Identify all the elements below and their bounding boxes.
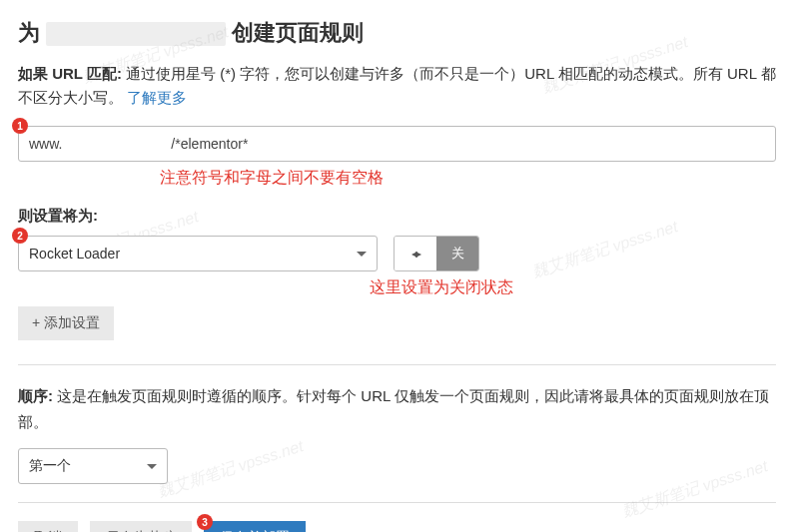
- settings-label: 则设置将为:: [18, 207, 776, 226]
- toggle-arrows-icon: ◂▸: [411, 247, 419, 261]
- save-deploy-button[interactable]: 3 保存并部署: [204, 521, 306, 532]
- title-prefix: 为: [18, 20, 40, 45]
- toggle-on-button[interactable]: ◂▸: [395, 237, 436, 270]
- chevron-down-icon: [357, 252, 367, 257]
- settings-row: 2 Rocket Loader ◂▸ 关: [18, 236, 776, 271]
- url-pattern-input[interactable]: [18, 126, 776, 162]
- order-select[interactable]: 第一个: [18, 448, 168, 484]
- toggle-off-label: 关: [451, 245, 464, 263]
- dialog-footer: 取消 另存为草稿 3 保存并部署: [18, 502, 776, 532]
- title-suffix: 创建页面规则: [232, 20, 364, 45]
- toggle-off-button[interactable]: 关: [436, 237, 478, 270]
- add-setting-label: + 添加设置: [32, 314, 100, 332]
- order-description: 顺序: 这是在触发页面规则时遵循的顺序。针对每个 URL 仅触发一个页面规则，因…: [18, 383, 776, 434]
- page-title: 为 创建页面规则: [18, 18, 776, 48]
- url-match-label: 如果 URL 匹配:: [18, 65, 122, 82]
- order-label: 顺序:: [18, 387, 53, 404]
- annotation-no-space: 注意符号和字母之间不要有空格: [160, 168, 776, 189]
- setting-value-toggle: ◂▸ 关: [394, 236, 479, 271]
- learn-more-link[interactable]: 了解更多: [127, 89, 187, 106]
- step-badge-2: 2: [12, 228, 28, 244]
- chevron-down-icon: [147, 464, 157, 469]
- order-section: 顺序: 这是在触发页面规则时遵循的顺序。针对每个 URL 仅触发一个页面规则，因…: [18, 364, 776, 484]
- order-text: 这是在触发页面规则时遵循的顺序。针对每个 URL 仅触发一个页面规则，因此请将最…: [18, 387, 769, 430]
- save-draft-button[interactable]: 另存为草稿: [90, 521, 192, 532]
- step-badge-3: 3: [197, 514, 213, 530]
- url-match-help: 如果 URL 匹配: 通过使用星号 (*) 字符，您可以创建与许多（而不只是一个…: [18, 62, 776, 110]
- redacted-domain: [46, 22, 226, 46]
- step-badge-1: 1: [12, 118, 28, 134]
- add-setting-button[interactable]: + 添加设置: [18, 306, 114, 340]
- cancel-button[interactable]: 取消: [18, 521, 78, 532]
- annotation-set-off: 这里设置为关闭状态: [370, 277, 776, 298]
- url-input-wrapper: 1: [18, 126, 776, 162]
- order-value: 第一个: [29, 457, 71, 475]
- setting-name-value: Rocket Loader: [29, 246, 120, 262]
- setting-name-select[interactable]: Rocket Loader: [18, 236, 378, 271]
